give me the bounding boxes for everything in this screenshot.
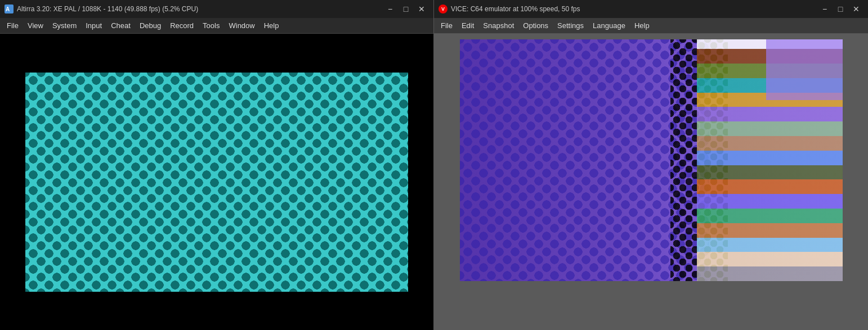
altirra-maximize-button[interactable]: □ bbox=[399, 3, 413, 15]
vice-menu-snapshot[interactable]: Snapshot bbox=[478, 19, 518, 32]
vice-window-controls: − □ ✕ bbox=[817, 3, 863, 15]
altirra-menu-window[interactable]: Window bbox=[224, 19, 259, 32]
vice-menubar: File Edit Snapshot Options Settings Lang… bbox=[434, 18, 868, 34]
vice-icon: V bbox=[439, 4, 448, 13]
altirra-window: A Altirra 3.20: XE PAL / 1088K - 1140 (4… bbox=[0, 0, 434, 330]
svg-text:A: A bbox=[6, 6, 10, 12]
vice-screen[interactable] bbox=[460, 39, 843, 281]
altirra-menu-debug[interactable]: Debug bbox=[135, 19, 165, 32]
altirra-canvas-area bbox=[0, 34, 433, 330]
vice-display bbox=[460, 39, 843, 281]
altirra-close-button[interactable]: ✕ bbox=[414, 3, 429, 15]
vice-maximize-button[interactable]: □ bbox=[833, 3, 848, 15]
vice-close-button[interactable]: ✕ bbox=[849, 3, 863, 15]
altirra-menubar: File View System Input Cheat Debug Recor… bbox=[0, 18, 433, 34]
vice-menu-help[interactable]: Help bbox=[630, 19, 654, 32]
vice-menu-language[interactable]: Language bbox=[588, 19, 630, 32]
vice-window: V VICE: C64 emulator at 100% speed, 50 f… bbox=[434, 0, 868, 330]
altirra-titlebar: A Altirra 3.20: XE PAL / 1088K - 1140 (4… bbox=[0, 0, 433, 18]
altirra-menu-input[interactable]: Input bbox=[81, 19, 106, 32]
altirra-menu-tools[interactable]: Tools bbox=[198, 19, 224, 32]
vice-menu-settings[interactable]: Settings bbox=[553, 19, 588, 32]
altirra-menu-cheat[interactable]: Cheat bbox=[106, 19, 135, 32]
altirra-menu-record[interactable]: Record bbox=[165, 19, 198, 32]
altirra-window-controls: − □ ✕ bbox=[383, 3, 429, 15]
vice-menu-file[interactable]: File bbox=[436, 19, 457, 32]
vice-minimize-button[interactable]: − bbox=[817, 3, 832, 15]
altirra-title: Altirra 3.20: XE PAL / 1088K - 1140 (49.… bbox=[17, 5, 379, 13]
vice-title: VICE: C64 emulator at 100% speed, 50 fps bbox=[451, 5, 814, 13]
altirra-screen[interactable] bbox=[25, 73, 408, 292]
vice-menu-options[interactable]: Options bbox=[518, 19, 553, 32]
vice-titlebar: V VICE: C64 emulator at 100% speed, 50 f… bbox=[434, 0, 868, 18]
vice-purple-corner bbox=[766, 39, 843, 100]
altirra-menu-system[interactable]: System bbox=[48, 19, 81, 32]
vice-canvas-area bbox=[434, 34, 868, 330]
altirra-display bbox=[25, 73, 408, 292]
altirra-menu-view[interactable]: View bbox=[23, 19, 48, 32]
altirra-minimize-button[interactable]: − bbox=[383, 3, 397, 15]
altirra-menu-help[interactable]: Help bbox=[259, 19, 284, 32]
altirra-icon: A bbox=[5, 4, 14, 13]
altirra-menu-file[interactable]: File bbox=[2, 19, 23, 32]
vice-menu-edit[interactable]: Edit bbox=[457, 19, 478, 32]
